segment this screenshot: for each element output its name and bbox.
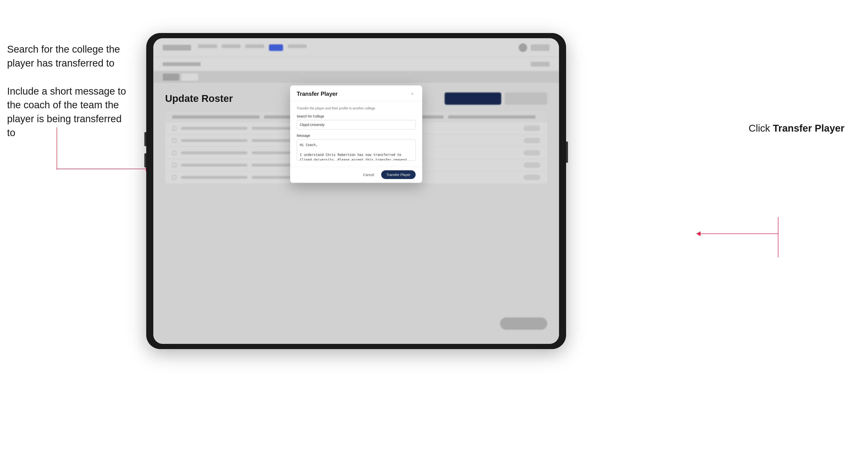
cancel-button[interactable]: Cancel <box>359 171 378 179</box>
annotation-arrowhead-right <box>696 231 701 236</box>
annotation-left: Search for the college the player has tr… <box>7 42 130 154</box>
annotation-line-horizontal-left <box>57 168 149 169</box>
annotation-line-vertical-left <box>57 127 57 170</box>
tablet-volume-up <box>144 132 146 146</box>
modal-footer: Cancel Transfer Player <box>290 166 422 183</box>
tablet-power-button <box>566 142 568 163</box>
modal-title: Transfer Player <box>297 91 338 97</box>
modal-body: Transfer the player and their profile to… <box>290 102 422 166</box>
transfer-player-modal: Transfer Player × Transfer the player an… <box>290 85 422 183</box>
modal-description: Transfer the player and their profile to… <box>297 106 415 110</box>
tablet-device: Update Roster <box>146 33 566 349</box>
tablet-screen: Update Roster <box>153 38 559 344</box>
transfer-player-button[interactable]: Transfer Player <box>381 170 415 179</box>
annotation-right-bold: Transfer Player <box>773 123 844 134</box>
annotation-text-1: Search for the college the player has tr… <box>7 42 130 70</box>
message-textarea[interactable]: Hi Coach, I understand Chris Robertson h… <box>297 139 415 161</box>
message-label: Message <box>297 134 415 137</box>
tablet-volume-down <box>144 153 146 167</box>
college-label: Search for College <box>297 115 415 118</box>
annotation-line-horizontal-right <box>698 234 778 234</box>
college-search-input[interactable] <box>297 120 415 129</box>
modal-overlay: Transfer Player × Transfer the player an… <box>153 38 559 344</box>
annotation-line-vertical-right <box>778 217 778 257</box>
modal-header: Transfer Player × <box>290 85 422 102</box>
annotation-text-2: Include a short message to the coach of … <box>7 85 130 140</box>
annotation-right-prefix: Click <box>749 123 773 134</box>
annotation-right: Click Transfer Player <box>749 123 844 134</box>
screen-content: Update Roster <box>153 38 559 344</box>
modal-close-button[interactable]: × <box>409 91 415 97</box>
